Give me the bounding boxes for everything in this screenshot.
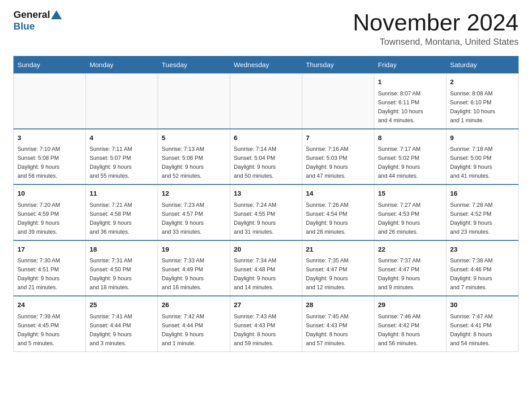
calendar-cell: 21Sunrise: 7:35 AM Sunset: 4:47 PM Dayli… <box>302 240 374 296</box>
calendar-cell: 22Sunrise: 7:37 AM Sunset: 4:47 PM Dayli… <box>374 240 446 296</box>
calendar-cell: 10Sunrise: 7:20 AM Sunset: 4:59 PM Dayli… <box>14 184 86 240</box>
calendar-cell: 8Sunrise: 7:17 AM Sunset: 5:02 PM Daylig… <box>374 129 446 185</box>
day-info: Sunrise: 8:08 AM Sunset: 6:10 PM Dayligh… <box>450 89 515 125</box>
weekday-header-thursday: Thursday <box>302 56 374 73</box>
calendar-cell: 13Sunrise: 7:24 AM Sunset: 4:55 PM Dayli… <box>230 184 302 240</box>
day-number: 1 <box>378 77 442 87</box>
day-info: Sunrise: 7:13 AM Sunset: 5:06 PM Dayligh… <box>162 145 226 180</box>
day-info: Sunrise: 7:18 AM Sunset: 5:00 PM Dayligh… <box>450 145 515 180</box>
day-info: Sunrise: 8:07 AM Sunset: 6:11 PM Dayligh… <box>378 89 442 125</box>
calendar-cell <box>230 73 302 129</box>
calendar-cell: 11Sunrise: 7:21 AM Sunset: 4:58 PM Dayli… <box>86 184 158 240</box>
day-number: 10 <box>17 188 82 199</box>
day-number: 24 <box>17 300 82 310</box>
calendar-header-row: SundayMondayTuesdayWednesdayThursdayFrid… <box>14 56 519 73</box>
day-number: 20 <box>234 244 298 255</box>
day-number: 26 <box>162 300 226 310</box>
day-number: 15 <box>378 188 442 199</box>
calendar-week-3: 10Sunrise: 7:20 AM Sunset: 4:59 PM Dayli… <box>14 184 519 240</box>
calendar-cell: 18Sunrise: 7:31 AM Sunset: 4:50 PM Dayli… <box>86 240 158 296</box>
calendar-cell: 19Sunrise: 7:33 AM Sunset: 4:49 PM Dayli… <box>158 240 230 296</box>
weekday-header-tuesday: Tuesday <box>158 56 230 73</box>
page-header: General Blue November 2024 Townsend, Mon… <box>13 9 519 47</box>
logo-triangle-icon <box>51 10 62 19</box>
calendar-cell <box>14 73 86 129</box>
location-text: Townsend, Montana, United States <box>353 37 519 47</box>
calendar-cell: 3Sunrise: 7:10 AM Sunset: 5:08 PM Daylig… <box>14 129 86 185</box>
day-number: 11 <box>90 188 154 199</box>
calendar-cell: 27Sunrise: 7:43 AM Sunset: 4:43 PM Dayli… <box>230 296 302 351</box>
calendar-week-5: 24Sunrise: 7:39 AM Sunset: 4:45 PM Dayli… <box>14 296 519 351</box>
day-number: 23 <box>450 244 515 255</box>
calendar-week-4: 17Sunrise: 7:30 AM Sunset: 4:51 PM Dayli… <box>14 240 519 296</box>
weekday-header-saturday: Saturday <box>446 56 519 73</box>
day-number: 13 <box>234 188 298 199</box>
day-number: 29 <box>378 300 442 310</box>
calendar-cell: 9Sunrise: 7:18 AM Sunset: 5:00 PM Daylig… <box>446 129 519 185</box>
day-number: 4 <box>90 133 154 143</box>
day-number: 21 <box>306 244 370 255</box>
logo: General Blue <box>13 9 63 32</box>
day-info: Sunrise: 7:24 AM Sunset: 4:55 PM Dayligh… <box>234 201 298 236</box>
calendar-week-2: 3Sunrise: 7:10 AM Sunset: 5:08 PM Daylig… <box>14 129 519 185</box>
day-number: 19 <box>162 244 226 255</box>
day-info: Sunrise: 7:17 AM Sunset: 5:02 PM Dayligh… <box>378 145 442 180</box>
calendar-cell: 15Sunrise: 7:27 AM Sunset: 4:53 PM Dayli… <box>374 184 446 240</box>
calendar-cell: 25Sunrise: 7:41 AM Sunset: 4:44 PM Dayli… <box>86 296 158 351</box>
weekday-header-friday: Friday <box>374 56 446 73</box>
day-info: Sunrise: 7:30 AM Sunset: 4:51 PM Dayligh… <box>17 256 82 292</box>
day-number: 12 <box>162 188 226 199</box>
day-number: 7 <box>306 133 370 143</box>
calendar-cell: 26Sunrise: 7:42 AM Sunset: 4:44 PM Dayli… <box>158 296 230 351</box>
day-info: Sunrise: 7:41 AM Sunset: 4:44 PM Dayligh… <box>90 312 154 348</box>
day-number: 3 <box>17 133 82 143</box>
calendar-cell: 7Sunrise: 7:16 AM Sunset: 5:03 PM Daylig… <box>302 129 374 185</box>
calendar-cell: 1Sunrise: 8:07 AM Sunset: 6:11 PM Daylig… <box>374 73 446 129</box>
day-info: Sunrise: 7:21 AM Sunset: 4:58 PM Dayligh… <box>90 201 154 236</box>
day-number: 9 <box>450 133 515 143</box>
title-section: November 2024 Townsend, Montana, United … <box>353 9 519 47</box>
calendar-cell: 16Sunrise: 7:28 AM Sunset: 4:52 PM Dayli… <box>446 184 519 240</box>
day-info: Sunrise: 7:31 AM Sunset: 4:50 PM Dayligh… <box>90 256 154 292</box>
day-number: 5 <box>162 133 226 143</box>
day-info: Sunrise: 7:26 AM Sunset: 4:54 PM Dayligh… <box>306 201 370 236</box>
day-number: 25 <box>90 300 154 310</box>
logo-general-text: General <box>13 9 50 21</box>
day-info: Sunrise: 7:14 AM Sunset: 5:04 PM Dayligh… <box>234 145 298 180</box>
day-number: 30 <box>450 300 515 310</box>
day-number: 28 <box>306 300 370 310</box>
calendar-cell: 12Sunrise: 7:23 AM Sunset: 4:57 PM Dayli… <box>158 184 230 240</box>
month-title: November 2024 <box>353 9 519 36</box>
calendar-cell: 2Sunrise: 8:08 AM Sunset: 6:10 PM Daylig… <box>446 73 519 129</box>
calendar-cell: 30Sunrise: 7:47 AM Sunset: 4:41 PM Dayli… <box>446 296 519 351</box>
calendar-cell: 17Sunrise: 7:30 AM Sunset: 4:51 PM Dayli… <box>14 240 86 296</box>
day-number: 17 <box>17 244 82 255</box>
day-info: Sunrise: 7:46 AM Sunset: 4:42 PM Dayligh… <box>378 312 442 348</box>
calendar-cell: 4Sunrise: 7:11 AM Sunset: 5:07 PM Daylig… <box>86 129 158 185</box>
calendar-cell: 14Sunrise: 7:26 AM Sunset: 4:54 PM Dayli… <box>302 184 374 240</box>
calendar-cell: 6Sunrise: 7:14 AM Sunset: 5:04 PM Daylig… <box>230 129 302 185</box>
day-number: 16 <box>450 188 515 199</box>
calendar-week-1: 1Sunrise: 8:07 AM Sunset: 6:11 PM Daylig… <box>14 73 519 129</box>
day-number: 18 <box>90 244 154 255</box>
calendar-cell <box>302 73 374 129</box>
day-number: 14 <box>306 188 370 199</box>
day-number: 2 <box>450 77 515 87</box>
day-number: 22 <box>378 244 442 255</box>
calendar-cell: 28Sunrise: 7:45 AM Sunset: 4:43 PM Dayli… <box>302 296 374 351</box>
day-info: Sunrise: 7:11 AM Sunset: 5:07 PM Dayligh… <box>90 145 154 180</box>
day-info: Sunrise: 7:43 AM Sunset: 4:43 PM Dayligh… <box>234 312 298 348</box>
calendar-cell: 5Sunrise: 7:13 AM Sunset: 5:06 PM Daylig… <box>158 129 230 185</box>
day-number: 27 <box>234 300 298 310</box>
calendar-cell: 29Sunrise: 7:46 AM Sunset: 4:42 PM Dayli… <box>374 296 446 351</box>
day-info: Sunrise: 7:33 AM Sunset: 4:49 PM Dayligh… <box>162 256 226 292</box>
day-info: Sunrise: 7:35 AM Sunset: 4:47 PM Dayligh… <box>306 256 370 292</box>
logo-blue-text: Blue <box>13 21 35 32</box>
day-info: Sunrise: 7:20 AM Sunset: 4:59 PM Dayligh… <box>17 201 82 236</box>
day-info: Sunrise: 7:42 AM Sunset: 4:44 PM Dayligh… <box>162 312 226 348</box>
calendar-cell: 20Sunrise: 7:34 AM Sunset: 4:48 PM Dayli… <box>230 240 302 296</box>
day-number: 6 <box>234 133 298 143</box>
weekday-header-monday: Monday <box>86 56 158 73</box>
day-info: Sunrise: 7:38 AM Sunset: 4:46 PM Dayligh… <box>450 256 515 292</box>
calendar-cell <box>86 73 158 129</box>
